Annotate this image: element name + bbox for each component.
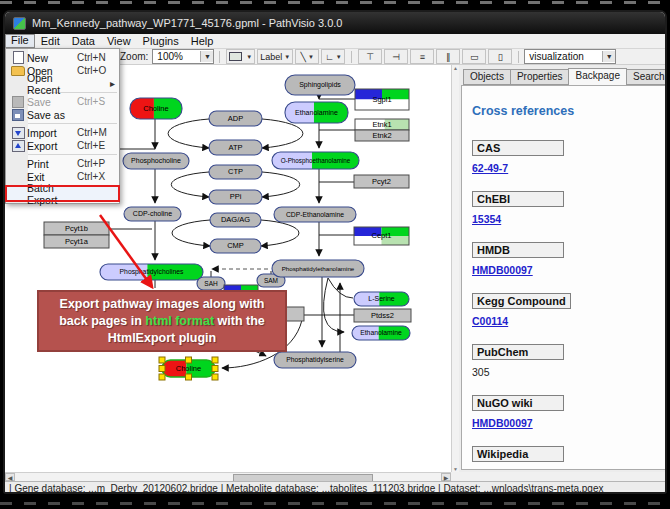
- canvas-horizontal-scrollbar[interactable]: ◀ ▶: [5, 472, 451, 481]
- scroll-down-icon[interactable]: ▼: [452, 466, 459, 472]
- xref-link[interactable]: HMDB00097: [472, 417, 533, 429]
- scroll-left-icon[interactable]: ◀: [5, 473, 15, 481]
- xref-link[interactable]: C00114: [472, 315, 508, 327]
- common-height-button[interactable]: ▯: [488, 49, 512, 64]
- menu-data[interactable]: Data: [66, 35, 101, 48]
- align-vertical-center-button[interactable]: ⊣: [384, 49, 408, 64]
- xref-link[interactable]: HMDB00097: [472, 264, 533, 276]
- menu-file[interactable]: File: [5, 34, 35, 48]
- tab-properties[interactable]: Properties: [510, 69, 570, 85]
- align-vertical-center-icon: ⊣: [392, 52, 400, 62]
- xref-title: CAS: [472, 140, 564, 156]
- file-menu-item-save-as[interactable]: Save as: [6, 108, 119, 121]
- scroll-right-icon[interactable]: ▶: [441, 473, 451, 481]
- title-bar[interactable]: Mm_Kennedy_pathway_WP1771_45176.gpml - P…: [5, 12, 665, 34]
- tab-backpage[interactable]: Backpage: [568, 68, 626, 86]
- xref-title: ChEBI: [472, 191, 564, 207]
- xref-link[interactable]: 62-49-7: [472, 162, 508, 174]
- common-width-icon: ▭: [470, 52, 479, 62]
- sidebar-tabs: Objects Properties Backpage Search Legen…: [463, 69, 667, 85]
- callout-highlight: html format: [145, 314, 214, 328]
- datanode-icon: [229, 52, 242, 61]
- line-icon: ╲: [301, 52, 306, 62]
- align-horizontal-center-icon: ⊤: [366, 52, 374, 62]
- save-icon: [12, 96, 24, 108]
- scroll-up-icon[interactable]: ▲: [452, 65, 459, 71]
- align-horizontal-center-button[interactable]: ⊤: [358, 49, 382, 64]
- annotation-callout: Export pathway images along with back pa…: [37, 290, 287, 352]
- common-height-icon: ▯: [498, 52, 503, 62]
- xref-section-kegg: Kegg Compound C00114: [472, 291, 665, 327]
- xref-value: 305: [472, 366, 665, 378]
- distribute-horizontal-icon: ≡: [420, 52, 425, 62]
- menu-separator: [28, 154, 117, 155]
- file-menu-dropdown: New Ctrl+N Open Ctrl+O Open Recent ▸ Sav…: [5, 48, 120, 204]
- new-connector-button[interactable]: ∟ ▼: [321, 49, 345, 64]
- new-datanode-button[interactable]: ▼: [226, 49, 255, 64]
- xref-section-cas: CAS 62-49-7: [472, 138, 665, 174]
- app-window: Mm_Kennedy_pathway_WP1771_45176.gpml - P…: [3, 10, 667, 494]
- distribute-vertical-button[interactable]: ∥: [436, 49, 460, 64]
- xref-section-wikipedia: Wikipedia Choline: [472, 444, 665, 470]
- toolbar-separator: [351, 51, 352, 63]
- xref-link[interactable]: 15354: [472, 213, 501, 225]
- status-bar: | Gene database: ...m_Derby_20120602.bri…: [5, 481, 665, 494]
- xref-title: HMDB: [472, 242, 564, 258]
- toolbar-separator: [219, 51, 220, 63]
- visualization-combobox[interactable]: visualization ▼: [524, 49, 616, 64]
- screenshot-stage: Mm_Kennedy_pathway_WP1771_45176.gpml - P…: [0, 0, 670, 509]
- file-menu-item-open-recent[interactable]: Open Recent ▸: [6, 77, 119, 90]
- save-as-icon: [12, 109, 24, 121]
- file-menu-item-batch-export[interactable]: Batch Export: [6, 186, 119, 201]
- xref-link[interactable]: Choline: [472, 468, 511, 470]
- open-folder-icon: [11, 66, 25, 76]
- zoom-combobox[interactable]: 100% ▼: [152, 49, 214, 64]
- file-menu-item-export[interactable]: Export Ctrl+E: [6, 139, 119, 152]
- xref-title: Wikipedia: [472, 446, 564, 462]
- tab-search[interactable]: Search: [626, 69, 667, 85]
- common-width-button[interactable]: ▭: [462, 49, 486, 64]
- backpage-panel: Cross references CAS 62-49-7 ChEBI 15354…: [461, 85, 666, 470]
- file-menu-item-new[interactable]: New Ctrl+N: [6, 51, 119, 64]
- xref-section-pubchem: PubChem 305: [472, 342, 665, 378]
- canvas-vertical-scrollbar[interactable]: ▲ ▼: [451, 65, 459, 472]
- zoom-label: Zoom:: [120, 51, 148, 62]
- xref-section-chebi: ChEBI 15354: [472, 189, 665, 225]
- tab-objects[interactable]: Objects: [463, 69, 511, 85]
- toolbar-separator: [518, 51, 519, 63]
- menu-edit[interactable]: Edit: [35, 35, 66, 48]
- menu-help[interactable]: Help: [185, 35, 220, 48]
- new-file-icon: [13, 51, 24, 64]
- xref-section-hmdb: HMDB HMDB00097: [472, 240, 665, 276]
- window-title: Mm_Kennedy_pathway_WP1771_45176.gpml - P…: [32, 17, 342, 29]
- export-icon: [12, 140, 25, 152]
- background-artifact: [0, 502, 670, 505]
- status-text: | Gene database: ...m_Derby_20120602.bri…: [9, 483, 603, 494]
- file-menu-item-import[interactable]: Import Ctrl+M: [6, 126, 119, 139]
- background-artifact: [0, 1, 670, 4]
- new-line-button[interactable]: ╲ ▼: [295, 49, 319, 64]
- sidebar: Objects Properties Backpage Search Legen…: [459, 65, 667, 472]
- xref-title: NuGO wiki: [472, 395, 564, 411]
- file-menu-item-save: Save Ctrl+S: [6, 95, 119, 108]
- distribute-vertical-icon: ∥: [446, 52, 451, 62]
- app-icon: [13, 17, 26, 30]
- menu-plugins[interactable]: Plugins: [137, 35, 185, 48]
- xref-section-nugo: NuGO wiki HMDB00097: [472, 393, 665, 429]
- xref-title: PubChem: [472, 344, 564, 360]
- menu-separator: [28, 123, 117, 124]
- import-icon: [12, 127, 25, 139]
- submenu-arrow-icon: ▸: [73, 78, 119, 89]
- xref-title: Kegg Compound: [472, 293, 571, 309]
- menu-bar: File Edit Data View Plugins Help: [5, 34, 665, 49]
- distribute-horizontal-button[interactable]: ≡: [410, 49, 434, 64]
- new-label-button[interactable]: Label ▼: [257, 49, 293, 64]
- chevron-down-icon[interactable]: ▼: [602, 51, 615, 62]
- file-menu-item-print[interactable]: Print Ctrl+P: [6, 157, 119, 170]
- cross-references-heading: Cross references: [472, 104, 665, 118]
- chevron-down-icon[interactable]: ▼: [200, 51, 213, 62]
- connector-icon: ∟: [325, 52, 334, 62]
- menu-view[interactable]: View: [101, 35, 137, 48]
